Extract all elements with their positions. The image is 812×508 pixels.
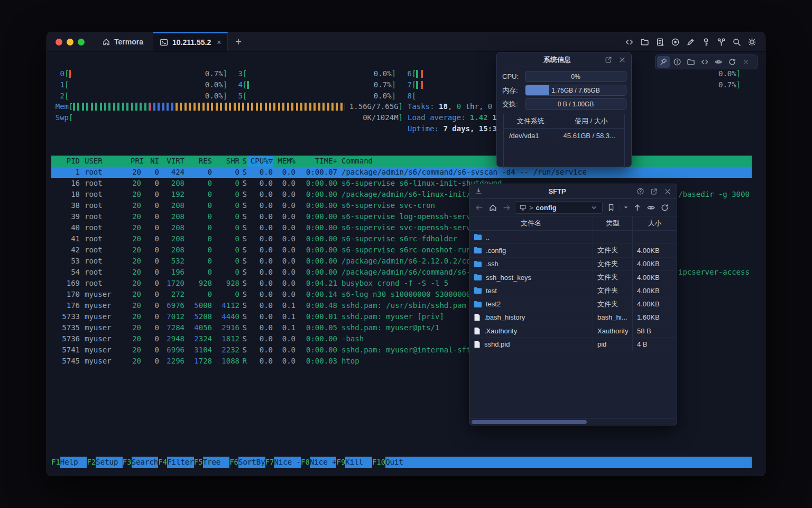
close-window-button[interactable] (56, 39, 62, 46)
computer-icon (519, 202, 527, 213)
system-stats: CPU:0%内存:1.75GB / 7.65GB交换:0 B / 1.00GB文… (497, 67, 631, 168)
filesystem-header: 文件系统使用 / 大小 (504, 114, 624, 129)
function-key-bar: F1HelpF2SetupF3SearchF4FilterF5TreeF6Sor… (51, 457, 752, 468)
path-breadcrumb[interactable]: > config (515, 201, 603, 214)
open-in-window-icon[interactable] (604, 55, 613, 65)
folder-icon (474, 287, 482, 294)
folder-icon (474, 233, 482, 241)
settings-icon[interactable] (748, 38, 756, 47)
current-folder-label: config (536, 204, 557, 212)
fkey-label: F7 (265, 457, 274, 468)
folder-icon[interactable] (640, 38, 649, 47)
fkey-sortby[interactable]: SortBy (238, 457, 265, 468)
file-table-header[interactable]: 文件名类型大小 (469, 216, 677, 231)
fkey-tree[interactable]: Tree (203, 457, 230, 468)
system-info-title: 系统信息 (515, 55, 599, 65)
bookmark-icon[interactable] (606, 202, 616, 213)
file-row[interactable]: test2文件夹4.00KB (469, 297, 677, 311)
fkey-label: F6 (229, 457, 238, 468)
cpu-meter: 0[0.7%] (51, 68, 227, 79)
file-row[interactable]: .. (469, 231, 677, 244)
terminal-icon (160, 38, 169, 47)
file-icon (474, 313, 481, 321)
bookmark-dropdown-icon[interactable] (623, 202, 629, 213)
home-tab-label: Termora (114, 38, 143, 46)
tab-bar: Termora 10.211.55.2 × + (47, 32, 765, 52)
fkey-label: F1 (51, 457, 60, 468)
cpu-meter: 1[0.0%] (51, 79, 227, 90)
fkey-label: F3 (123, 457, 132, 468)
cpu-meter: 4[0.7%] (229, 79, 396, 90)
fkey-label: F8 (301, 457, 310, 468)
refresh-icon[interactable] (659, 202, 670, 213)
new-tab-button[interactable]: + (228, 32, 249, 51)
log-icon[interactable] (656, 38, 665, 47)
cpu-meter: 2[0.0%] (51, 90, 227, 102)
pin-icon[interactable] (657, 56, 670, 68)
file-row[interactable]: sshd.pidpid4 B (469, 338, 677, 351)
file-row[interactable]: test文件夹4.00KB (469, 284, 677, 297)
swp-meter: Swp[0K/1024M] (51, 112, 403, 123)
fkey-nice-[interactable]: Nice + (310, 457, 337, 468)
file-row[interactable]: .bash_historybash_hi...1.60KB (469, 311, 677, 324)
system-info-titlebar: 系统信息 (497, 52, 631, 67)
file-table-body: ...config文件夹4.00KB.ssh文件夹4.00KBssh_host_… (469, 231, 677, 351)
cpu-meter: 5[0.0%] (229, 90, 396, 102)
forward-icon[interactable] (501, 202, 512, 213)
key-icon[interactable] (702, 38, 710, 47)
close-toolbar-icon[interactable] (740, 56, 752, 68)
code-icon[interactable] (698, 56, 711, 68)
help-icon[interactable] (635, 187, 645, 196)
tasks-line: Tasks: 18, 0 thr, 0 k (408, 101, 496, 112)
record-icon[interactable] (671, 38, 680, 47)
process-row[interactable]: 1root20042400S0.00.00:00.07/package/admi… (51, 167, 752, 178)
file-row[interactable]: .ssh文件夹4.00KB (469, 258, 677, 271)
folder-icon (474, 301, 482, 308)
download-icon[interactable] (474, 187, 483, 196)
open-in-window-icon[interactable] (649, 187, 659, 196)
process-table-header[interactable]: PIDUSERPRINIVIRTRESSHRSCPU%▽MEM%TIME+Com… (51, 156, 752, 167)
file-row[interactable]: ssh_host_keys文件夹4.00KB (469, 271, 677, 284)
home-icon[interactable] (487, 202, 498, 213)
fkey-label: F4 (158, 457, 167, 468)
close-panel-icon[interactable] (663, 187, 672, 196)
close-tab-icon[interactable]: × (217, 38, 221, 47)
home-icon (102, 38, 110, 47)
tab-home[interactable]: Termora (92, 32, 153, 51)
stat-row: 内存:1.75GB / 7.65GB (502, 85, 626, 95)
show-hidden-icon[interactable] (645, 202, 656, 213)
fkey-search[interactable]: Search (132, 457, 159, 468)
cpu-meter-fragment: 0.0%] (718, 68, 741, 79)
back-icon[interactable] (474, 202, 484, 213)
gpu-icon[interactable] (712, 56, 725, 68)
scrollbar-thumb[interactable] (472, 420, 587, 424)
parent-directory-icon[interactable] (632, 202, 642, 213)
search-icon[interactable] (732, 38, 741, 47)
filesystem-row[interactable]: /dev/vda145.61GB / 58.3... (504, 129, 624, 142)
fkey-filter[interactable]: Filter (167, 457, 194, 468)
zoom-window-button[interactable] (78, 39, 85, 46)
fkey-nice-[interactable]: Nice - (274, 457, 301, 468)
sftp-panel: SFTP > config 文件名类型大小 ...config文件夹4. (469, 184, 677, 425)
refresh-icon[interactable] (726, 56, 739, 68)
sftp-title: SFTP (483, 187, 631, 195)
folder-icon[interactable] (685, 56, 697, 68)
info-icon[interactable] (671, 56, 684, 68)
fkey-quit[interactable]: Quit (385, 457, 752, 468)
close-panel-icon[interactable] (617, 55, 627, 65)
file-row[interactable]: .XauthorityXauthority58 B (469, 324, 677, 338)
system-info-panel: 系统信息 CPU:0%内存:1.75GB / 7.65GB交换:0 B / 1.… (496, 52, 632, 167)
chevron-down-icon[interactable] (588, 202, 599, 213)
code-icon[interactable] (625, 38, 634, 47)
file-table: 文件名类型大小 ...config文件夹4.00KB.ssh文件夹4.00KBs… (469, 216, 677, 418)
keychain-icon[interactable] (717, 38, 726, 47)
fkey-help[interactable]: Help (60, 457, 87, 468)
file-row[interactable]: .config文件夹4.00KB (469, 244, 677, 257)
fkey-setup[interactable]: Setup (96, 457, 123, 468)
minimize-window-button[interactable] (67, 39, 73, 46)
window-controls (47, 32, 92, 51)
fkey-kill[interactable]: Kill (345, 457, 372, 468)
session-tab-label: 10.211.55.2 (172, 38, 211, 47)
edit-icon[interactable] (686, 38, 695, 47)
tab-session[interactable]: 10.211.55.2 × (153, 32, 228, 51)
